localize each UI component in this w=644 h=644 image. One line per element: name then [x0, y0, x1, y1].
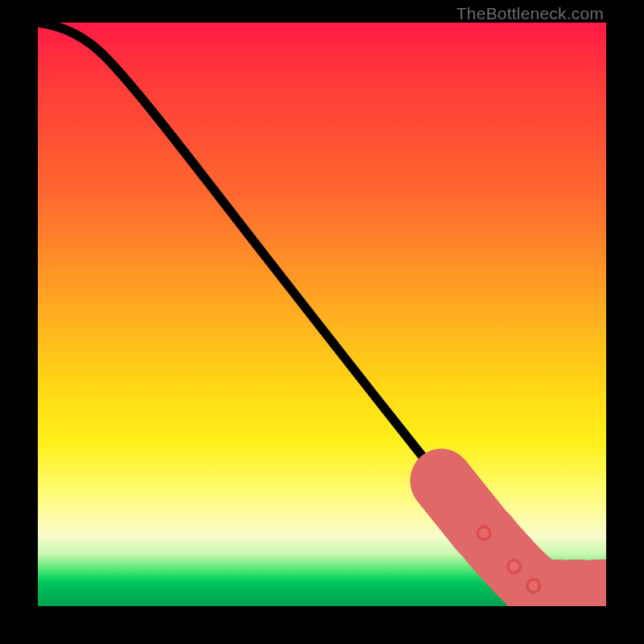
watermark-text: TheBottleneck.com: [456, 4, 604, 23]
marker-dot: [527, 580, 540, 592]
curve-layer: [38, 23, 606, 606]
marker-dot: [508, 560, 521, 573]
marker-dot: [477, 526, 490, 539]
plot-area: [38, 23, 606, 606]
bottleneck-curve: [38, 23, 606, 592]
chart-frame: TheBottleneck.com: [0, 0, 644, 644]
